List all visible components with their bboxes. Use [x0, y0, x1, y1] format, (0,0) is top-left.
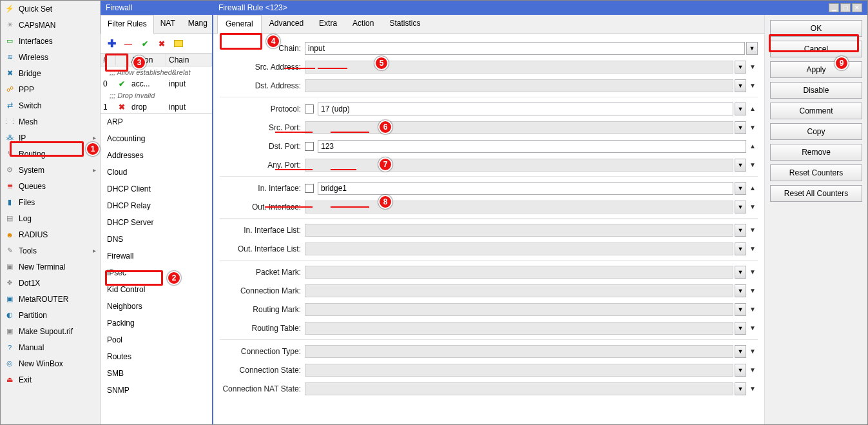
sidebar-item-manual[interactable]: ? Manual — [1, 339, 100, 355]
dropdown-routmark[interactable]: ▼ — [735, 303, 746, 316]
tri-arrow-routtable[interactable]: ▼ — [747, 322, 758, 335]
dropdown-dstaddr[interactable]: ▼ — [735, 79, 746, 92]
table-row[interactable]: 0 ✔ acc... input — [101, 78, 212, 90]
sidebar-item-make-supout-rif[interactable]: ▣ Make Supout.rif — [1, 323, 100, 339]
sidebar-item-files[interactable]: ▮ Files — [1, 194, 100, 210]
tri-arrow-connnat[interactable]: ▼ — [747, 382, 758, 395]
dropdown-inifacelist[interactable]: ▼ — [735, 224, 746, 237]
remove-button[interactable]: — — [121, 37, 135, 51]
sidebar-item-exit[interactable]: ⏏ Exit — [1, 371, 100, 388]
sidebar-item-metarouter[interactable]: ▣ MetaROUTER — [1, 291, 100, 307]
input-iniface[interactable] — [318, 182, 733, 195]
sidebar-item-new-terminal[interactable]: ▣ New Terminal — [1, 259, 100, 275]
th-blank[interactable] — [116, 54, 129, 66]
dropdown-iniface[interactable]: ▼ — [735, 182, 746, 195]
dropdown-conntype[interactable]: ▼ — [735, 345, 746, 358]
input-connstate[interactable] — [305, 364, 733, 377]
ip-submenu-cloud[interactable]: Cloud — [101, 164, 212, 181]
dropdown-routtable[interactable]: ▼ — [735, 322, 746, 335]
tri-arrow-connmark[interactable]: ▼ — [747, 284, 758, 297]
tri-arrow-outifacelist[interactable]: ▼ — [747, 242, 758, 255]
input-anyport[interactable] — [305, 159, 733, 172]
dropdown-connstate[interactable]: ▼ — [735, 364, 746, 377]
rule-tab-general[interactable]: General — [217, 15, 262, 34]
dropdown-anyport[interactable]: ▼ — [735, 159, 746, 172]
tri-arrow-srcport[interactable]: ▼ — [747, 121, 758, 134]
table-row-comment[interactable]: ;;; Drop invalid — [101, 90, 212, 101]
rule-tab-advanced[interactable]: Advanced — [262, 15, 311, 34]
up-arrow-iniface[interactable]: ▲ — [747, 182, 758, 195]
ip-submenu-arp[interactable]: ARP — [101, 114, 212, 130]
ip-submenu-routes[interactable]: Routes — [101, 348, 212, 365]
maximize-button[interactable]: ▢ — [840, 3, 851, 12]
checkbox-dstport[interactable] — [305, 142, 314, 151]
sidebar-item-wireless[interactable]: ≋ Wireless — [1, 49, 100, 65]
th-chain[interactable]: Chain — [166, 54, 212, 66]
fw-tab-nat[interactable]: NAT — [154, 15, 182, 34]
input-srcaddr[interactable] — [305, 61, 733, 74]
close-button[interactable]: ✕ — [852, 3, 862, 12]
sidebar-item-switch[interactable]: ⇄ Switch — [1, 97, 100, 114]
rule-tab-statistics[interactable]: Statistics — [381, 15, 428, 34]
input-routmark[interactable] — [305, 303, 733, 316]
sidebar-item-radius[interactable]: ☻ RADIUS — [1, 226, 100, 242]
up-arrow-dstport[interactable]: ▲ — [747, 140, 758, 153]
input-srcport[interactable] — [305, 121, 733, 134]
apply-button[interactable]: Apply — [770, 61, 862, 78]
ip-submenu-addresses[interactable]: Addresses — [101, 147, 212, 164]
add-button[interactable]: ✚ — [104, 37, 119, 51]
fw-tab-mang[interactable]: Mang — [182, 15, 214, 34]
ok-button[interactable]: OK — [770, 20, 862, 37]
disable-button[interactable]: ✖ — [155, 37, 169, 51]
dropdown-connmark[interactable]: ▼ — [735, 284, 746, 297]
ip-submenu-dhcp-client[interactable]: DHCP Client — [101, 181, 212, 197]
input-dstaddr[interactable] — [305, 79, 733, 92]
sidebar-item-new-winbox[interactable]: ◎ New WinBox — [1, 355, 100, 371]
copy-button[interactable]: Copy — [770, 123, 862, 140]
input-outifacelist[interactable] — [305, 242, 733, 255]
ip-submenu-packing[interactable]: Packing — [101, 315, 212, 331]
input-chain[interactable] — [305, 42, 745, 55]
ip-submenu-neighbors[interactable]: Neighbors — [101, 298, 212, 315]
dropdown-pktmark[interactable]: ▼ — [735, 266, 746, 279]
ip-submenu-ipsec[interactable]: IPsec — [101, 264, 212, 281]
th-num[interactable]: # — [101, 54, 116, 66]
ip-submenu-dhcp-server[interactable]: DHCP Server — [101, 214, 212, 231]
dropdown-outifacelist[interactable]: ▼ — [735, 242, 746, 255]
fw-tab-filter-rules[interactable]: Filter Rules — [101, 15, 154, 34]
rule-tab-extra[interactable]: Extra — [311, 15, 345, 34]
reset-counters-button[interactable]: Reset Counters — [770, 164, 862, 181]
rule-tab-action[interactable]: Action — [345, 15, 381, 34]
ip-submenu-dhcp-relay[interactable]: DHCP Relay — [101, 197, 212, 214]
sidebar-item-quick-set[interactable]: ⚡ Quick Set — [1, 1, 100, 17]
ip-submenu-kid-control[interactable]: Kid Control — [101, 281, 212, 298]
input-outiface[interactable] — [305, 201, 733, 213]
input-dstport[interactable] — [318, 140, 746, 153]
up-arrow-protocol[interactable]: ▲ — [747, 103, 758, 115]
table-row-comment[interactable]: ;;; Allow established&relat — [101, 66, 212, 78]
dropdown-chain[interactable]: ▼ — [746, 42, 758, 55]
sidebar-item-system[interactable]: ⚙ System ▸ — [1, 162, 100, 178]
ip-submenu-pool[interactable]: Pool — [101, 331, 212, 348]
input-connmark[interactable] — [305, 284, 733, 297]
tri-arrow-pktmark[interactable]: ▼ — [747, 266, 758, 279]
tri-arrow-routmark[interactable]: ▼ — [747, 303, 758, 316]
sidebar-item-bridge[interactable]: ✖ Bridge — [1, 65, 100, 81]
sidebar-item-log[interactable]: ▤ Log — [1, 210, 100, 226]
th-action[interactable]: Action — [129, 54, 166, 66]
input-connnat[interactable] — [305, 382, 733, 395]
tri-arrow-conntype[interactable]: ▼ — [747, 345, 758, 358]
sidebar-item-dot1x[interactable]: ❖ Dot1X — [1, 275, 100, 291]
ip-submenu-snmp[interactable]: SNMP — [101, 382, 212, 399]
dropdown-srcaddr[interactable]: ▼ — [735, 61, 746, 74]
sidebar-item-tools[interactable]: ✎ Tools ▸ — [1, 242, 100, 259]
input-conntype[interactable] — [305, 345, 733, 358]
tri-arrow-connstate[interactable]: ▼ — [747, 364, 758, 377]
dropdown-srcport[interactable]: ▼ — [735, 121, 746, 134]
dropdown-protocol[interactable]: ▼ — [735, 103, 746, 115]
ip-submenu-accounting[interactable]: Accounting — [101, 130, 212, 147]
input-protocol[interactable] — [318, 103, 733, 115]
sidebar-item-capsman[interactable]: ✳ CAPsMAN — [1, 17, 100, 33]
checkbox-iniface[interactable] — [305, 184, 314, 193]
remove-button[interactable]: Remove — [770, 144, 862, 161]
